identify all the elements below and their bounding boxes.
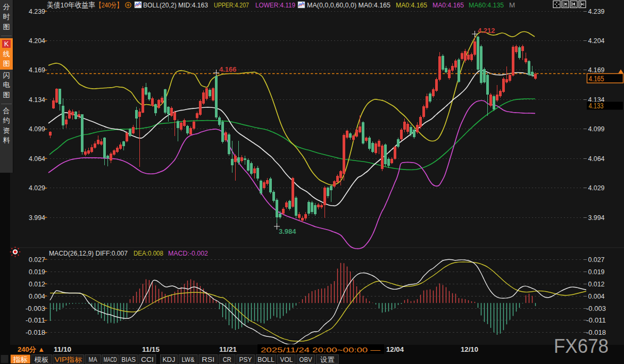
svg-text:电: 电 [3,81,10,89]
svg-text:资: 资 [3,126,10,134]
svg-text:4.169: 4.169 [29,66,45,74]
svg-text:美债10年收益率: 美债10年收益率 [47,1,95,9]
svg-text:11/15: 11/15 [142,345,160,353]
svg-text:合: 合 [3,107,10,115]
svg-text:0.019: 0.019 [29,268,45,276]
svg-text:0.004: 0.004 [588,292,605,300]
svg-text:时: 时 [3,13,10,21]
svg-text:料: 料 [3,136,10,144]
svg-text:【240分】: 【240分】 [96,1,122,9]
svg-text:FX678: FX678 [554,335,609,357]
svg-text:VIP指标: VIP指标 [55,356,83,363]
svg-text:BOLL(20,2) MID:4.163: BOLL(20,2) MID:4.163 [143,1,208,9]
svg-text:VOL: VOL [280,356,293,363]
svg-text:0.027: 0.027 [588,256,605,264]
svg-text:RSI: RSI [202,356,214,363]
svg-text:0.027: 0.027 [29,256,45,264]
svg-text:0.004: 0.004 [29,292,45,300]
svg-text:3.994: 3.994 [588,214,605,222]
svg-text:0.012: 0.012 [588,280,605,288]
svg-text:MA: MA [89,356,98,363]
svg-text:分: 分 [3,3,10,11]
svg-text:BOLL: BOLL [257,356,274,363]
svg-text:-0.003: -0.003 [26,304,45,312]
svg-text:-0.011: -0.011 [26,316,45,324]
svg-text:LOWER:4.119: LOWER:4.119 [255,1,295,9]
svg-text:KDJ: KDJ [162,356,175,363]
svg-text:BIAS: BIAS [121,356,136,363]
svg-text:MA0:4.165: MA0:4.165 [432,1,464,9]
svg-text:图: 图 [3,91,10,99]
svg-text:4.134: 4.134 [29,96,45,104]
svg-text:CR: CR [223,356,231,363]
svg-text:4.064: 4.064 [588,155,605,163]
svg-text:MACD(26,12,9) DIFF:0.007: MACD(26,12,9) DIFF:0.007 [49,249,128,257]
svg-text:4.165: 4.165 [589,74,604,83]
svg-text:MA(0,0,0,60,0,0) MA0:4.165: MA(0,0,0,60,0,0) MA0:4.165 [307,1,390,9]
svg-text:PSY: PSY [239,356,253,363]
svg-text:4.239: 4.239 [29,7,45,15]
svg-text:4.099: 4.099 [29,125,45,133]
svg-text:指标: 指标 [13,355,28,363]
svg-text:MA0:4.165: MA0:4.165 [396,1,427,9]
svg-text:DEA:0.008: DEA:0.008 [134,249,163,257]
svg-text:闪: 闪 [3,71,10,79]
svg-text:4.204: 4.204 [588,37,605,45]
svg-text:约: 约 [3,116,10,124]
svg-text:-0.011: -0.011 [586,316,606,324]
svg-text:4.212: 4.212 [478,27,495,35]
svg-text:线: 线 [3,50,10,58]
svg-text:12/10: 12/10 [461,345,478,353]
svg-text:4.099: 4.099 [588,125,605,133]
svg-text:0.019: 0.019 [588,268,605,276]
svg-text:4.204: 4.204 [29,37,45,45]
svg-text:4.169: 4.169 [588,66,605,74]
svg-text:4.029: 4.029 [29,184,45,192]
svg-text:MA60:4.135: MA60:4.135 [469,1,504,9]
svg-text:12/04: 12/04 [386,345,404,353]
svg-text:11/10: 11/10 [54,345,71,353]
svg-text:4.166: 4.166 [219,65,237,73]
svg-text:3.984: 3.984 [279,227,296,235]
svg-text:4.133: 4.133 [589,101,604,110]
svg-text:11/21: 11/21 [219,345,237,353]
svg-text:CCI: CCI [141,356,154,363]
svg-text:图: 图 [3,60,10,67]
svg-text:LW&: LW& [182,356,195,363]
svg-text:UPPER:4.207: UPPER:4.207 [214,1,249,9]
svg-text:4.239: 4.239 [588,7,605,15]
svg-text:4.029: 4.029 [588,184,605,192]
svg-text:240分 ▲: 240分 ▲ [18,345,45,353]
svg-text:MACD:-0.002: MACD:-0.002 [168,249,208,257]
svg-text:-0.003: -0.003 [586,304,606,312]
svg-text:模板: 模板 [34,356,49,363]
svg-text:-0.018: -0.018 [26,328,45,336]
svg-text:图: 图 [3,23,10,31]
svg-text:OBV: OBV [299,356,313,363]
svg-text:2025/11/24 20:00~00:00 —: 2025/11/24 20:00~00:00 — [261,346,381,354]
svg-text:设置: 设置 [320,356,335,363]
svg-text:3.994: 3.994 [29,214,45,222]
svg-text:K: K [4,40,9,48]
svg-text:MACD: MACD [104,356,117,363]
svg-text:4.064: 4.064 [29,155,45,163]
svg-text:M: M [509,1,515,9]
svg-text:0.012: 0.012 [29,280,45,288]
